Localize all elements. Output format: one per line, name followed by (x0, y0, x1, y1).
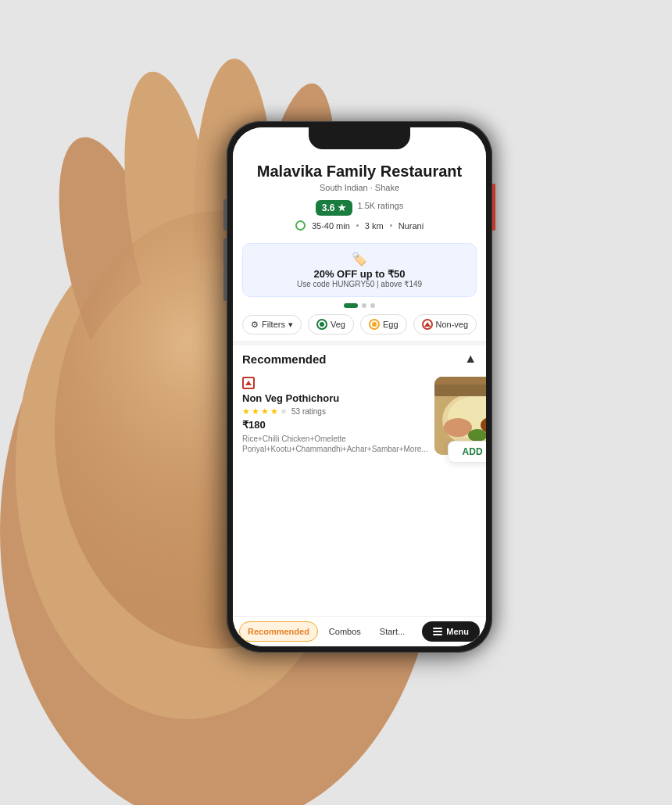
egg-filter-button[interactable]: Egg (360, 314, 407, 335)
chevron-down-icon: ▾ (288, 320, 293, 330)
egg-dot (372, 322, 377, 327)
svg-point-12 (444, 418, 472, 437)
nonveg-icon (422, 319, 433, 330)
menu-lines-icon (433, 628, 442, 635)
phone-frame: Malavika Family Restaurant South Indian … (227, 121, 492, 653)
ratings-count: 1.5K ratings (357, 201, 403, 210)
veg-filter-button[interactable]: Veg (308, 314, 354, 335)
delivery-info: 35-40 min 3 km Nurani (245, 220, 474, 231)
star-5-half: ★ (280, 406, 288, 417)
star-2: ★ (252, 406, 259, 417)
filters-button[interactable]: ⚙ Filters ▾ (242, 315, 302, 335)
restaurant-header: Malavika Family Restaurant South Indian … (233, 152, 486, 237)
food-ratings-count: 53 ratings (291, 407, 326, 416)
offer-subtitle: Use code HUNGRY50 | above ₹149 (252, 280, 466, 288)
svg-point-14 (468, 429, 486, 442)
veg-dot (320, 322, 324, 327)
egg-icon (369, 319, 380, 330)
menu-line-3 (433, 634, 442, 635)
location: Nurani (399, 221, 424, 231)
filter-bar: ⚙ Filters ▾ Veg Egg (233, 308, 486, 341)
section-title: Recommended (242, 352, 327, 366)
offer-title: 20% OFF up to ₹50 (252, 268, 466, 280)
filter-icon: ⚙ (251, 320, 259, 330)
nonveg-type-icon (242, 377, 255, 389)
bottom-tab-bar: Recommended Combos Start... (233, 616, 486, 646)
add-label: ADD (463, 446, 483, 457)
food-stars: ★ ★ ★ ★ ★ 53 ratings (242, 406, 428, 417)
food-price: ₹180 (242, 419, 428, 431)
star-4: ★ (270, 406, 278, 417)
offer-banner: 🏷️ 20% OFF up to ₹50 Use code HUNGRY50 |… (242, 243, 477, 297)
dot-1 (344, 303, 358, 308)
nonveg-dot (424, 322, 431, 327)
menu-label: Menu (446, 627, 469, 636)
star-3: ★ (261, 406, 269, 417)
nonveg-label: Non-veg (436, 320, 469, 329)
recommended-section-header: Recommended ▲ (233, 341, 486, 370)
rating-badge: 3.6 ★ (316, 200, 353, 216)
filters-label: Filters (262, 320, 285, 329)
menu-line-1 (433, 628, 442, 629)
rating-star-icon: ★ (338, 202, 346, 213)
tab-combos-label: Combos (329, 627, 361, 636)
menu-line-2 (433, 631, 442, 632)
dot-2 (362, 303, 366, 308)
food-item: Non Veg Pothichoru ★ ★ ★ ★ ★ 53 ratings … (233, 370, 486, 461)
egg-label: Egg (383, 320, 399, 329)
nonveg-filter-button[interactable]: Non-veg (413, 314, 477, 335)
separator-dot (356, 224, 359, 227)
tab-recommended[interactable]: Recommended (239, 621, 318, 642)
food-name: Non Veg Pothichoru (242, 392, 428, 404)
offer-icon: 🏷️ (252, 252, 466, 267)
distance: 3 km (365, 221, 384, 231)
restaurant-name: Malavika Family Restaurant (245, 162, 474, 181)
delivery-time: 35-40 min (312, 221, 350, 231)
tab-combos[interactable]: Combos (321, 622, 369, 641)
phone-notch (309, 127, 410, 149)
screen-content: Malavika Family Restaurant South Indian … (233, 127, 486, 646)
menu-button[interactable]: Menu (422, 621, 480, 642)
food-description: Rice+Chilli Chicken+Omelette Poriyal+Koo… (242, 434, 428, 454)
tab-starters-label: Start... (380, 627, 405, 636)
rating-value: 3.6 (322, 202, 335, 213)
food-details: Non Veg Pothichoru ★ ★ ★ ★ ★ 53 ratings … (242, 377, 428, 455)
veg-icon (316, 319, 327, 330)
veg-label: Veg (331, 320, 345, 329)
dot-3 (370, 303, 375, 308)
nonveg-triangle (245, 381, 252, 385)
food-image-container: ADD + (434, 377, 486, 455)
collapse-button[interactable]: ▲ (464, 352, 477, 366)
star-1: ★ (242, 406, 250, 417)
tab-recommended-label: Recommended (248, 627, 309, 636)
tab-starters[interactable]: Start... (372, 622, 413, 641)
phone-screen: Malavika Family Restaurant South Indian … (233, 127, 486, 646)
separator-dot2 (390, 224, 392, 227)
restaurant-subtitle: South Indian · Shake (245, 183, 474, 192)
timer-icon (295, 220, 306, 231)
svg-rect-17 (434, 377, 486, 385)
add-button[interactable]: ADD + (448, 441, 486, 463)
